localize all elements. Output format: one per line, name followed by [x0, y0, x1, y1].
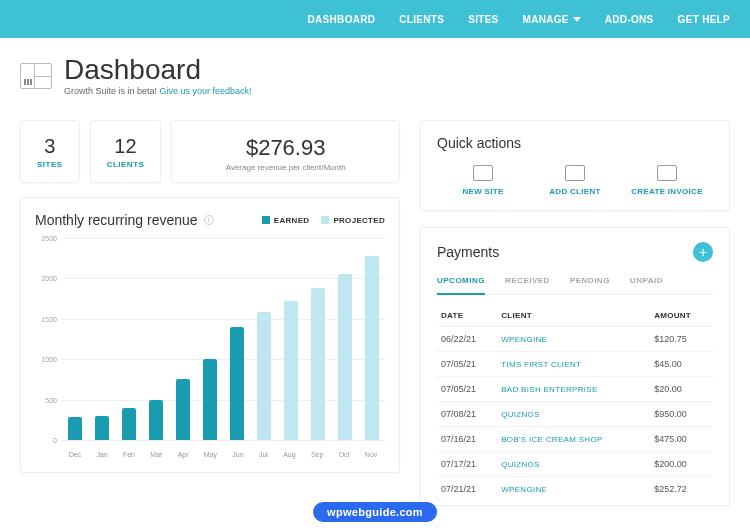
cell-amount: $45.00	[650, 352, 713, 377]
bar	[311, 288, 325, 440]
cell-amount: $120.75	[650, 327, 713, 352]
cell-date: 07/17/21	[437, 452, 497, 477]
table-row: 07/21/21WPENGINE$252.72	[437, 477, 713, 502]
cell-date: 06/22/21	[437, 327, 497, 352]
bar	[365, 256, 379, 440]
projected-swatch	[321, 216, 329, 224]
payments-tabs: UPCOMINGRECEIVEDPENDINGUNPAID	[437, 276, 713, 295]
bar	[257, 312, 271, 440]
top-nav: DASHBOARD CLIENTS SITES MANAGE ADD-ONS G…	[0, 0, 750, 38]
revenue-chart: DecJanFebMarAprMayJunJulAugSepOctNov 050…	[35, 238, 385, 458]
dashboard-icon	[20, 63, 52, 89]
x-label: Feb	[123, 451, 135, 458]
cell-client[interactable]: BAD BISH ENTERPRISE	[497, 377, 650, 402]
cell-date: 07/08/21	[437, 402, 497, 427]
table-row: 07/08/21QUIZNOS$950.00	[437, 402, 713, 427]
chart-title: Monthly recurring revenue i	[35, 212, 214, 228]
x-label: May	[204, 451, 217, 458]
payments-card: Payments + UPCOMINGRECEIVEDPENDINGUNPAID…	[420, 227, 730, 506]
cell-date: 07/05/21	[437, 377, 497, 402]
client-icon	[565, 165, 585, 181]
payments-title: Payments	[437, 244, 499, 260]
cell-client[interactable]: WPENGINE	[497, 477, 650, 502]
bar	[284, 301, 298, 440]
x-label: Jul	[259, 451, 268, 458]
cell-date: 07/21/21	[437, 477, 497, 502]
stat-revenue: $276.93 Average revenue per client/Month	[171, 120, 400, 183]
table-row: 06/22/21WPENGINE$120.75	[437, 327, 713, 352]
page-title: Dashboard	[64, 56, 252, 84]
page-subtitle: Growth Suite is in beta! Give us your fe…	[64, 86, 252, 96]
cell-client[interactable]: BOB'S ICE CREAM SHOP	[497, 427, 650, 452]
revenue-chart-card: Monthly recurring revenue i EARNED PROJE…	[20, 197, 400, 473]
cell-amount: $20.00	[650, 377, 713, 402]
x-label: Aug	[283, 451, 295, 458]
bar	[176, 379, 190, 440]
page-header: Dashboard Growth Suite is in beta! Give …	[20, 56, 730, 96]
stat-sites[interactable]: 3 SITES	[20, 120, 80, 183]
cell-amount: $475.00	[650, 427, 713, 452]
x-label: Jan	[96, 451, 107, 458]
nav-manage[interactable]: MANAGE	[523, 14, 581, 25]
create-invoice-button[interactable]: CREATE INVOICE	[621, 165, 713, 196]
tab-received[interactable]: RECEIVED	[505, 276, 550, 294]
table-row: 07/17/21QUIZNOS$200.00	[437, 452, 713, 477]
bar	[95, 416, 109, 440]
nav-addons[interactable]: ADD-ONS	[605, 14, 654, 25]
x-label: Jun	[232, 451, 243, 458]
cell-date: 07/16/21	[437, 427, 497, 452]
cell-client[interactable]: WPENGINE	[497, 327, 650, 352]
nav-sites[interactable]: SITES	[468, 14, 498, 25]
cell-amount: $200.00	[650, 452, 713, 477]
new-site-button[interactable]: NEW SITE	[437, 165, 529, 196]
x-label: Nov	[365, 451, 377, 458]
payments-table: DATE CLIENT AMOUNT 06/22/21WPENGINE$120.…	[437, 305, 713, 501]
bar	[338, 274, 352, 440]
earned-swatch	[262, 216, 270, 224]
invoice-icon	[657, 165, 677, 181]
quick-actions-title: Quick actions	[437, 135, 713, 151]
tab-unpaid[interactable]: UNPAID	[630, 276, 663, 294]
tab-pending[interactable]: PENDING	[570, 276, 610, 294]
nav-dashboard[interactable]: DASHBOARD	[308, 14, 376, 25]
bar	[149, 400, 163, 440]
quick-actions-card: Quick actions NEW SITE ADD CLIENT CREATE…	[420, 120, 730, 211]
col-date: DATE	[437, 305, 497, 327]
add-payment-button[interactable]: +	[693, 242, 713, 262]
cell-client[interactable]: QUIZNOS	[497, 452, 650, 477]
x-label: Mar	[150, 451, 162, 458]
info-icon[interactable]: i	[204, 215, 214, 225]
cell-client[interactable]: TIMS FIRST CLIENT	[497, 352, 650, 377]
bar	[68, 417, 82, 440]
bar	[230, 327, 244, 440]
col-amount: AMOUNT	[650, 305, 713, 327]
table-row: 07/16/21BOB'S ICE CREAM SHOP$475.00	[437, 427, 713, 452]
nav-gethelp[interactable]: GET HELP	[678, 14, 730, 25]
x-label: Apr	[178, 451, 189, 458]
chart-legend: EARNED PROJECTED	[262, 216, 385, 225]
add-client-button[interactable]: ADD CLIENT	[529, 165, 621, 196]
tab-upcoming[interactable]: UPCOMING	[437, 276, 485, 295]
x-label: Sep	[311, 451, 323, 458]
cell-date: 07/05/21	[437, 352, 497, 377]
x-label: Oct	[339, 451, 350, 458]
cell-amount: $252.72	[650, 477, 713, 502]
site-icon	[473, 165, 493, 181]
feedback-link[interactable]: Give us your feedback!	[160, 86, 252, 96]
col-client: CLIENT	[497, 305, 650, 327]
cell-amount: $950.00	[650, 402, 713, 427]
table-row: 07/05/21TIMS FIRST CLIENT$45.00	[437, 352, 713, 377]
x-label: Dec	[69, 451, 81, 458]
table-row: 07/05/21BAD BISH ENTERPRISE$20.00	[437, 377, 713, 402]
bar	[203, 359, 217, 440]
nav-clients[interactable]: CLIENTS	[399, 14, 444, 25]
chevron-down-icon	[573, 17, 581, 22]
cell-client[interactable]: QUIZNOS	[497, 402, 650, 427]
bar	[122, 408, 136, 440]
stat-clients[interactable]: 12 CLIENTS	[90, 120, 162, 183]
watermark-badge: wpwebguide.com	[313, 502, 437, 522]
